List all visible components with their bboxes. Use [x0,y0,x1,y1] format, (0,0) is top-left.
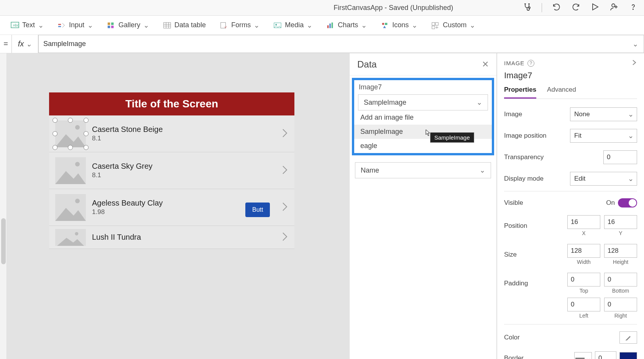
svg-point-28 [75,125,80,130]
border-color-swatch[interactable] [619,352,637,359]
image-control-selected[interactable] [55,120,86,147]
gallery-menu[interactable]: Gallery [107,21,149,30]
position-x-input[interactable] [567,215,600,229]
svg-rect-21 [332,22,333,28]
image-select[interactable]: None [570,107,637,121]
data-panel-title: Data [357,59,377,70]
svg-rect-9 [108,25,110,28]
chevron-down-icon [480,166,485,175]
chevron-right-icon[interactable] [281,165,288,177]
properties-panel: IMAGE ? Image7 Properties Advanced Image… [497,53,644,359]
gallery-item[interactable]: Lush II Tundra [49,226,294,249]
canvas-button[interactable]: Butt [245,203,270,217]
svg-rect-19 [327,25,329,28]
canvas-scrollbar[interactable] [0,53,7,359]
datatable-button[interactable]: Data table [163,21,206,29]
forms-menu[interactable]: Forms [220,21,260,30]
svg-rect-11 [164,22,171,28]
visible-toggle[interactable] [618,198,637,207]
padding-right-input[interactable] [604,298,637,311]
share-icon[interactable] [610,2,619,13]
insert-ribbon: Abc Text Input Gallery Data table Forms … [0,16,644,35]
chevron-down-icon [585,354,591,359]
dropdown-option-sampleimage[interactable]: SampleImage [354,125,492,139]
name-select[interactable]: Name [355,162,491,178]
svg-rect-26 [432,26,435,28]
item-title: Lush II Tundra [92,233,274,242]
svg-point-32 [75,199,80,203]
padding-top-input[interactable] [567,273,600,287]
svg-rect-5 [58,24,61,25]
chevron-down-icon [307,21,312,30]
position-y-input[interactable] [604,215,637,229]
data-panel-highlight: Image7 SampleImage Add an image file Sam… [352,78,494,155]
cursor-icon [426,129,431,136]
media-label: Media [285,21,304,29]
datatable-label: Data table [174,21,206,29]
chevron-right-icon[interactable] [281,201,288,214]
chevron-down-icon [412,21,417,30]
input-menu[interactable]: Input [58,21,93,30]
expand-formula-icon[interactable] [632,40,638,48]
prop-label-image: Image [504,110,522,118]
item-title: Caserta Sky Grey [92,162,274,171]
dropdown-option-eagle[interactable]: eagle [354,139,492,153]
width-input[interactable] [567,244,600,258]
charts-menu[interactable]: Charts [326,21,367,30]
dropdown-option-add[interactable]: Add an image file [354,110,492,125]
transparency-input[interactable] [603,150,637,164]
chevron-right-icon[interactable] [281,231,288,244]
redo-icon[interactable] [571,2,580,13]
chevron-right-icon[interactable] [281,128,288,140]
padding-left-input[interactable] [567,298,600,311]
select-value: SampleImage [364,99,406,107]
undo-icon[interactable] [552,2,561,13]
svg-rect-8 [111,22,113,25]
padding-bottom-input[interactable] [604,273,637,287]
main-area: Title of the Screen Caserta Stone Beige … [0,53,644,359]
icons-menu[interactable]: Icons [381,21,417,30]
prop-label-color: Color [504,334,520,341]
diagnostics-icon[interactable] [522,2,532,13]
data-field-label: Image7 [354,80,492,94]
media-menu[interactable]: Media [273,21,312,30]
custom-menu[interactable]: Custom [431,21,475,30]
gallery-item[interactable]: Caserta Sky Grey 8.1 [49,152,294,189]
height-input[interactable] [604,244,637,258]
forms-label: Forms [231,21,251,29]
help-icon[interactable] [629,2,638,13]
border-width-input[interactable] [595,351,616,359]
gallery-item-selected[interactable]: Caserta Stone Beige 8.1 [49,115,294,152]
collapse-icon[interactable] [631,59,637,68]
canvas-area[interactable]: Title of the Screen Caserta Stone Beige … [0,53,350,359]
prop-label-border: Border [504,354,524,359]
border-style-select[interactable] [574,352,592,359]
help-icon[interactable]: ? [527,60,534,67]
formula-text: SampleImage [43,40,86,48]
formula-input[interactable]: SampleImage [38,35,644,53]
prop-label-imgpos: Image position [504,132,547,140]
fx-dropdown[interactable]: fx [12,35,38,53]
play-icon[interactable] [590,2,600,13]
color-picker[interactable] [619,331,637,344]
control-name: Image7 [504,71,637,81]
tab-properties[interactable]: Properties [504,82,536,99]
chevron-down-icon [470,21,475,30]
image-position-select[interactable]: Fit [570,129,637,143]
chevron-down-icon [26,40,32,48]
chevron-down-icon [143,21,149,30]
charts-label: Charts [338,21,358,29]
svg-point-18 [276,24,277,25]
chevron-down-icon [628,175,634,183]
image-source-select[interactable]: SampleImage [358,94,488,110]
scrollbar-thumb[interactable] [1,218,6,264]
text-menu[interactable]: Abc Text [11,21,44,30]
item-title: Caserta Stone Beige [92,125,274,134]
display-mode-select[interactable]: Edit [570,172,637,186]
prop-label-position: Position [504,222,527,230]
tab-advanced[interactable]: Advanced [547,82,576,99]
close-icon[interactable]: ✕ [482,59,489,69]
title-bar-actions [522,2,638,13]
chevron-down-icon [38,21,44,30]
app-title: FirstCanvasApp - Saved (Unpublished) [264,4,523,12]
